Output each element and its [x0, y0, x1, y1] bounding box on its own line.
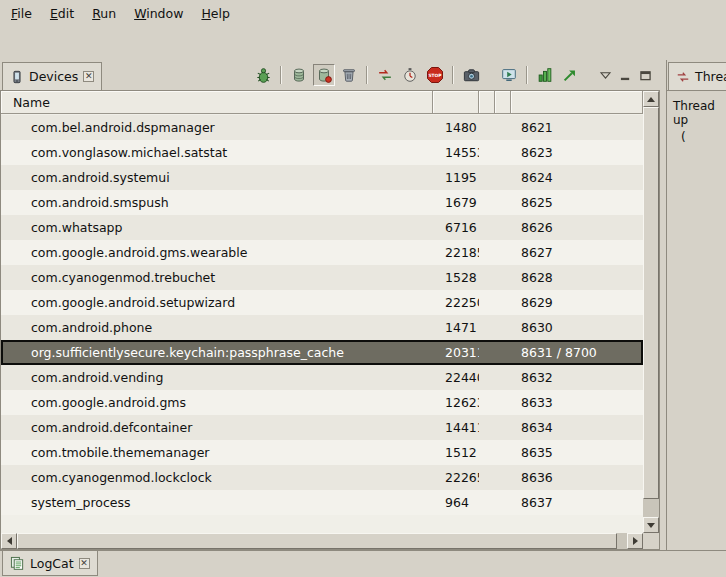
- process-name: com.whatsapp: [1, 220, 433, 235]
- toolbar-separator: [526, 66, 528, 84]
- process-port: 8628: [511, 270, 643, 285]
- table-row[interactable]: com.android.phone 1471 8630: [1, 315, 643, 340]
- process-name: com.android.smspush: [1, 195, 433, 210]
- table-row[interactable]: com.tmobile.thememanager 1512 8635: [1, 440, 643, 465]
- process-pid: 14411: [433, 420, 479, 435]
- process-port: 8634: [511, 420, 643, 435]
- table-row[interactable]: system_process 964 8637: [1, 490, 643, 515]
- table-row[interactable]: com.google.android.setupwizard 22250 862…: [1, 290, 643, 315]
- scroll-left-icon[interactable]: [1, 533, 17, 549]
- column-header-spacer2[interactable]: [495, 91, 511, 113]
- process-name: com.bel.android.dspmanager: [1, 120, 433, 135]
- process-port: 8629: [511, 295, 643, 310]
- tab-logcat-label: LogCat: [30, 556, 74, 571]
- capture-video-icon[interactable]: [498, 64, 520, 86]
- process-pid: 20311: [433, 345, 479, 360]
- process-table: Name com.bel.android.dspmanager 1480 862…: [1, 91, 643, 533]
- screen-capture-icon[interactable]: [460, 64, 482, 86]
- tab-devices-label: Devices: [29, 69, 78, 84]
- update-heap-icon[interactable]: [288, 64, 310, 86]
- process-name: com.google.android.gms.wearable: [1, 245, 433, 260]
- process-pid: 22265: [433, 470, 479, 485]
- process-port: 8633: [511, 395, 643, 410]
- process-name: com.android.systemui: [1, 170, 433, 185]
- process-pid: 1195: [433, 170, 479, 185]
- table-header: Name: [1, 91, 643, 114]
- table-row[interactable]: com.android.vending 22440 8632: [1, 365, 643, 390]
- menubar: File Edit Run Window Help: [0, 0, 726, 26]
- devices-panel: Devices ✕: [0, 60, 660, 550]
- process-port: 8636: [511, 470, 643, 485]
- column-header-pid[interactable]: [433, 91, 479, 113]
- view-menu-icon[interactable]: [597, 67, 614, 83]
- process-port: 8635: [511, 445, 643, 460]
- horizontal-scrollbar[interactable]: [1, 533, 643, 549]
- menu-window[interactable]: Window: [125, 2, 192, 25]
- menu-help[interactable]: Help: [192, 2, 239, 25]
- scroll-right-icon[interactable]: [627, 533, 643, 549]
- menu-edit[interactable]: Edit: [41, 2, 83, 25]
- table-row[interactable]: com.android.defcontainer 14411 8634: [1, 415, 643, 440]
- svg-text:STOP: STOP: [428, 73, 442, 78]
- threads-panel: Threa Thread up (: [666, 60, 726, 550]
- table-row[interactable]: com.google.android.gms 12623 8633: [1, 390, 643, 415]
- column-header-name[interactable]: Name: [1, 91, 433, 113]
- column-header-port[interactable]: [511, 91, 643, 113]
- process-pid: 1528: [433, 270, 479, 285]
- process-pid: 6716: [433, 220, 479, 235]
- process-port: 8623: [511, 145, 643, 160]
- process-port: 8625: [511, 195, 643, 210]
- close-icon[interactable]: ✕: [83, 71, 94, 82]
- table-row[interactable]: com.google.android.gms.wearable 22185 86…: [1, 240, 643, 265]
- process-pid: 22185: [433, 245, 479, 260]
- process-pid: 1679: [433, 195, 479, 210]
- table-row[interactable]: com.android.systemui 1195 8624: [1, 165, 643, 190]
- minimize-icon[interactable]: [617, 67, 634, 83]
- dump-hprof-icon[interactable]: [313, 64, 335, 86]
- update-threads-icon[interactable]: [374, 64, 396, 86]
- devices-toolbar: STOP: [252, 64, 660, 86]
- threads-message-line1: Thread up: [673, 99, 726, 127]
- process-name: com.cyanogenmod.trebuchet: [1, 270, 433, 285]
- table-row[interactable]: com.whatsapp 6716 8626: [1, 215, 643, 240]
- menu-run[interactable]: Run: [83, 2, 125, 25]
- process-name: system_process: [1, 495, 433, 510]
- method-profiling-icon[interactable]: [399, 64, 421, 86]
- process-name: com.google.android.gms: [1, 395, 433, 410]
- scroll-up-icon[interactable]: [643, 91, 659, 107]
- network-stats-icon[interactable]: [534, 64, 556, 86]
- process-pid: 1512: [433, 445, 479, 460]
- table-row[interactable]: com.cyanogenmod.trebuchet 1528 8628: [1, 265, 643, 290]
- vertical-scrollbar[interactable]: [643, 91, 659, 533]
- column-header-spacer1[interactable]: [479, 91, 495, 113]
- horizontal-scrollbar-thumb[interactable]: [17, 533, 617, 549]
- table-row[interactable]: com.bel.android.dspmanager 1480 8621: [1, 115, 643, 140]
- cause-gc-icon[interactable]: [338, 64, 360, 86]
- table-row[interactable]: org.sufficientlysecure.keychain:passphra…: [1, 340, 643, 365]
- vertical-scrollbar-thumb[interactable]: [643, 107, 659, 499]
- process-table-body: com.bel.android.dspmanager 1480 8621 com…: [1, 115, 643, 533]
- table-row[interactable]: com.vonglasow.michael.satstat 14553 8623: [1, 140, 643, 165]
- maximize-icon[interactable]: [637, 67, 654, 83]
- start-monitor-icon[interactable]: [559, 64, 581, 86]
- process-port: 8630: [511, 320, 643, 335]
- process-port: 8637: [511, 495, 643, 510]
- scroll-down-icon[interactable]: [643, 517, 659, 533]
- menu-file[interactable]: File: [2, 2, 41, 25]
- process-name: com.android.phone: [1, 320, 433, 335]
- process-name: org.sufficientlysecure.keychain:passphra…: [1, 345, 433, 360]
- process-port: 8631 / 8700: [511, 345, 643, 360]
- process-pid: 1480: [433, 120, 479, 135]
- process-pid: 1471: [433, 320, 479, 335]
- tab-logcat[interactable]: LogCat ✕: [2, 551, 98, 576]
- process-port: 8627: [511, 245, 643, 260]
- table-row[interactable]: com.cyanogenmod.lockclock 22265 8636: [1, 465, 643, 490]
- debug-process-icon[interactable]: [252, 64, 274, 86]
- bottom-view-strip: LogCat ✕: [0, 550, 726, 577]
- tab-threads[interactable]: Threa: [668, 62, 726, 90]
- stop-process-icon[interactable]: STOP: [424, 64, 446, 86]
- table-row[interactable]: com.android.smspush 1679 8625: [1, 190, 643, 215]
- close-icon[interactable]: ✕: [79, 558, 90, 569]
- tab-devices[interactable]: Devices ✕: [2, 62, 102, 90]
- threads-tab-bar: Threa: [667, 60, 726, 90]
